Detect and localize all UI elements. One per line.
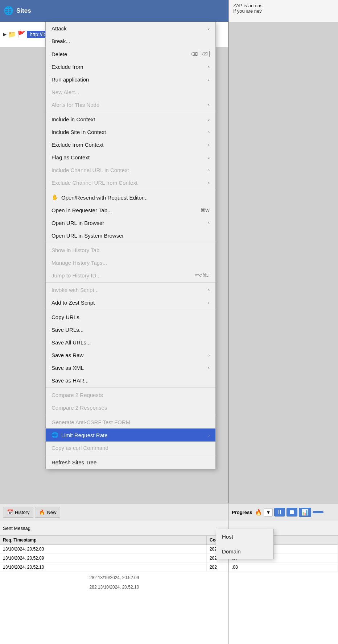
arrow-attack: ›: [208, 26, 210, 31]
tab-history-label: History: [15, 510, 29, 515]
separator-sep5: [46, 310, 215, 310]
menu-label-limit-request-rate: Limit Request Rate: [61, 432, 108, 438]
table-row[interactable]: 13/10/2024, 20.52.10 282: [0, 563, 228, 572]
table-row[interactable]: .08: [229, 563, 338, 572]
menu-item-refresh-sites[interactable]: Refresh Sites Tree: [46, 456, 215, 469]
menu-item-save-as-har[interactable]: Save as HAR...: [46, 374, 215, 387]
menu-label-compare-requests: Compare 2 Requests: [51, 392, 103, 398]
limit-request-rate-icon: 🌐: [51, 432, 58, 438]
menu-item-include-site-in-context[interactable]: Include Site in Context›: [46, 126, 215, 138]
menu-label-add-zest: Add to Zest Script: [51, 300, 95, 306]
arrow-save-as-xml: ›: [208, 365, 210, 371]
cell-timestamp: 13/10/2024, 20.52.09: [0, 554, 207, 563]
menu-item-flag-as-context[interactable]: Flag as Context›: [46, 151, 215, 164]
cell-timestamp: 13/10/2024, 20.52.03: [0, 545, 207, 553]
menu-item-open-url-system[interactable]: Open URL in System Browser: [46, 229, 215, 242]
submenu-item-host[interactable]: Host: [216, 529, 273, 544]
separator-sep4: [46, 283, 215, 283]
menu-label-new-alert: New Alert...: [51, 89, 79, 95]
desc-line1: ZAP is an eas: [233, 3, 334, 8]
submenu-item-domain[interactable]: Domain: [216, 544, 273, 559]
table-row[interactable]: 13/10/2024, 20.52.09 282: [0, 554, 228, 563]
menu-label-exclude-from: Exclude from: [51, 64, 83, 70]
active-fire-icon: 🔥: [255, 509, 262, 516]
stop-btn[interactable]: ⏹: [287, 508, 297, 517]
bottom-left-tabs: 📅 History 🔥 New: [0, 503, 228, 521]
menu-item-manage-history: Manage History Tags...: [46, 256, 215, 269]
limit-request-rate-submenu: HostDomain: [216, 529, 274, 559]
menu-label-generate-csrf: Generate Anti-CSRF Test FORM: [51, 419, 130, 425]
arrow-exclude-from-context: ›: [208, 142, 210, 147]
tab-new[interactable]: 🔥 New: [35, 507, 60, 518]
table-header-left: Req. Timestamp Code: [0, 536, 228, 545]
menu-item-save-urls[interactable]: Save URLs...: [46, 323, 215, 336]
chart-btn[interactable]: 📊: [299, 508, 311, 517]
menu-label-open-resend: Open/Resend with Request Editor...: [61, 195, 148, 201]
table-footer2: 282 13/10/2024, 20.52.10: [0, 583, 228, 591]
blue-btn[interactable]: [313, 511, 323, 513]
menu-label-attack: Attack: [51, 25, 67, 32]
sites-label: Sites: [16, 7, 31, 14]
menu-label-run-application: Run application: [51, 76, 89, 83]
menu-item-include-in-context[interactable]: Include in Context›: [46, 113, 215, 126]
menu-item-attack[interactable]: Attack›: [46, 22, 215, 35]
folder-icon: 📁: [8, 30, 16, 38]
menu-label-delete: Delete: [51, 51, 67, 57]
menu-item-compare-requests: Compare 2 Requests: [46, 389, 215, 401]
separator-sep1: [46, 112, 215, 112]
menu-label-open-requester: Open in Requester Tab...: [51, 207, 112, 213]
cell-code: 282: [207, 563, 228, 572]
right-panel-description: ZAP is an eas If you are nev: [228, 0, 338, 22]
menu-item-exclude-from[interactable]: Exclude from›: [46, 60, 215, 73]
menu-item-include-channel-url: Include Channel URL in Context›: [46, 164, 215, 176]
menu-item-save-as-raw[interactable]: Save as Raw›: [46, 349, 215, 361]
menu-item-limit-request-rate[interactable]: 🌐Limit Request Rate›: [46, 428, 215, 442]
menu-label-save-urls: Save URLs...: [51, 327, 83, 333]
menu-label-copy-urls: Copy URLs: [51, 314, 79, 320]
menu-item-save-all-urls[interactable]: Save All URLs...: [46, 336, 215, 349]
open-resend-icon: ✋: [51, 194, 58, 201]
arrow-limit-request-rate: ›: [208, 432, 210, 438]
menu-item-show-history: Show in History Tab: [46, 244, 215, 256]
menu-item-copy-curl: Copy as curl Command: [46, 442, 215, 454]
menu-item-compare-responses: Compare 2 Responses: [46, 401, 215, 414]
menu-item-delete[interactable]: Delete⌫⌫: [46, 47, 215, 60]
table-footer: 282 13/10/2024, 20.52.09: [0, 572, 228, 583]
arrow-add-zest: ›: [208, 300, 210, 305]
arrow-include-site-in-context: ›: [208, 129, 210, 135]
fire-icon: 🔥: [39, 509, 45, 515]
dropdown-icon[interactable]: ▼: [264, 508, 273, 517]
menu-item-open-requester[interactable]: Open in Requester Tab...⌘W: [46, 204, 215, 217]
menu-label-invoke-script: Invoke with Script...: [51, 287, 99, 293]
arrow-include-in-context: ›: [208, 117, 210, 122]
arrow-run-application: ›: [208, 77, 210, 82]
menu-item-exclude-from-context[interactable]: Exclude from Context›: [46, 138, 215, 151]
menu-label-exclude-from-context: Exclude from Context: [51, 142, 103, 148]
arrow-invoke-script: ›: [208, 287, 210, 293]
shortcut-open-requester: ⌘W: [201, 208, 210, 213]
menu-item-open-url-browser[interactable]: Open URL in Browser›: [46, 217, 215, 229]
table-row[interactable]: 13/10/2024, 20.52.03 282: [0, 545, 228, 554]
menu-item-break[interactable]: Break...: [46, 35, 215, 47]
menu-label-flag-as-context: Flag as Context: [51, 154, 90, 160]
menu-item-copy-urls[interactable]: Copy URLs: [46, 311, 215, 323]
menu-item-add-zest[interactable]: Add to Zest Script›: [46, 296, 215, 309]
bottom-right-tabs: Progress 🔥 ▼ ⏸ ⏹ 📊: [228, 503, 338, 521]
history-icon: 📅: [7, 509, 13, 515]
menu-label-include-channel-url: Include Channel URL in Context: [51, 167, 129, 173]
separator-sep6: [46, 388, 215, 388]
menu-item-open-resend[interactable]: ✋Open/Resend with Request Editor...: [46, 191, 215, 204]
tab-new-label: New: [47, 510, 56, 515]
separator-sep8: [46, 455, 215, 455]
bottom-left-table: Sent Messag Req. Timestamp Code 13/10/20…: [0, 521, 228, 644]
menu-label-open-url-system: Open URL in System Browser: [51, 233, 124, 239]
arrow-include-channel-url: ›: [208, 167, 210, 173]
menu-label-open-url-browser: Open URL in Browser: [51, 220, 104, 226]
arrow-exclude-channel-url: ›: [208, 180, 210, 185]
menu-item-run-application[interactable]: Run application›: [46, 73, 215, 86]
menu-label-save-as-xml: Save as XML: [51, 365, 84, 371]
menu-item-save-as-xml[interactable]: Save as XML›: [46, 361, 215, 374]
pause-btn[interactable]: ⏸: [274, 508, 285, 517]
menu-label-save-as-raw: Save as Raw: [51, 352, 83, 358]
tab-history[interactable]: 📅 History: [3, 507, 33, 518]
